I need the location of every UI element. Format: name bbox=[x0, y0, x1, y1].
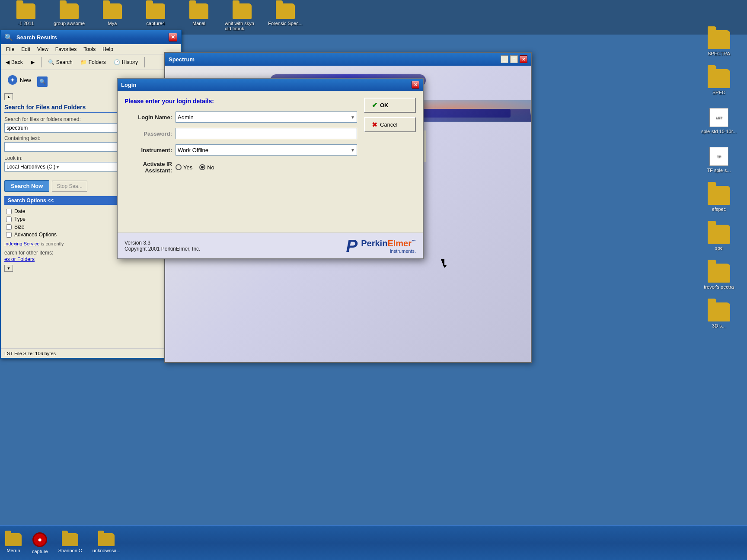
history-button[interactable]: 🕐 History bbox=[111, 58, 141, 67]
desktop-icon-2[interactable]: group awsome bbox=[52, 3, 86, 31]
folder-icon-3d bbox=[708, 302, 730, 321]
folder-icon bbox=[146, 3, 165, 19]
version-info: Version 3.3 Copyright 2001 PerkinElmer, … bbox=[124, 240, 200, 252]
password-label: Password: bbox=[124, 130, 172, 137]
folder-icon bbox=[276, 3, 295, 19]
desktop-icon-4[interactable]: capture4 bbox=[138, 3, 173, 31]
search-toolbar-button[interactable]: 🔍 Search bbox=[45, 58, 76, 67]
folder-icon-trevors bbox=[708, 264, 730, 283]
spectrum-window-title: Spectrum bbox=[169, 56, 195, 63]
scroll-up-button[interactable]: ▲ bbox=[4, 93, 13, 100]
desktop-icon-right-8[interactable]: 3D s... bbox=[699, 302, 738, 328]
desktop-icon-1[interactable]: -1 2011 bbox=[9, 3, 43, 31]
desktop-icon-right-1[interactable]: SPECTRA bbox=[699, 30, 738, 56]
new-label: New bbox=[20, 77, 31, 83]
password-input[interactable] bbox=[176, 128, 357, 139]
minimize-button[interactable]: _ bbox=[501, 55, 508, 63]
ok-checkmark-icon: ✔ bbox=[372, 101, 377, 109]
back-button[interactable]: ◀ Back bbox=[3, 58, 26, 67]
label-efspec: efspec bbox=[712, 207, 726, 212]
ir-yes-label: Yes bbox=[183, 164, 192, 171]
ok-button[interactable]: ✔ OK bbox=[364, 98, 416, 113]
toolbar: ◀ Back ▶ 🔍 Search 📁 Folders 🕐 History bbox=[1, 54, 181, 70]
new-icon: ✦ bbox=[8, 75, 17, 85]
date-checkbox[interactable] bbox=[6, 209, 12, 214]
menu-favorites[interactable]: Favorites bbox=[52, 45, 80, 53]
indexing-service-link[interactable]: Indexing Service bbox=[4, 241, 39, 246]
desktop-icon-right-5[interactable]: efspec bbox=[699, 186, 738, 212]
login-name-value: Admin bbox=[178, 114, 194, 121]
desktop-icon-6[interactable]: whit with skyn old fabrik bbox=[225, 3, 259, 31]
ir-yes-radio[interactable] bbox=[176, 164, 182, 170]
folder-icon-efspec bbox=[708, 186, 730, 205]
desktop-icon-right-7[interactable]: trevor's pectra bbox=[699, 264, 738, 290]
taskbar-label-capture: capture bbox=[32, 549, 48, 554]
password-row: Password: bbox=[124, 128, 357, 139]
cancel-label: Cancel bbox=[380, 121, 397, 128]
size-checkbox[interactable] bbox=[6, 224, 12, 230]
maximize-button[interactable]: □ bbox=[510, 55, 518, 63]
login-dialog: Login ✕ Please enter your login details:… bbox=[117, 78, 424, 259]
desktop-icon-3[interactable]: Mya bbox=[95, 3, 130, 31]
taskbar-item-shannon[interactable]: Shannon C bbox=[58, 533, 82, 553]
taskbar-label-merrin: Merrin bbox=[6, 548, 20, 553]
desktop-icon-label-6: whit with skyn old fabrik bbox=[225, 21, 259, 31]
taskbar-item-unknown[interactable]: unknownsa... bbox=[93, 533, 121, 553]
pe-logo-text: PerkinElmer™ instruments. bbox=[361, 238, 416, 254]
label-spectra: SPECTRA bbox=[708, 51, 730, 56]
label-spec: SPEC bbox=[712, 90, 725, 95]
cancel-x-icon: ✖ bbox=[372, 121, 377, 129]
desktop-icon-right-6[interactable]: spe bbox=[699, 225, 738, 251]
ir-no-option[interactable]: No bbox=[199, 164, 214, 171]
advanced-checkbox[interactable] bbox=[6, 232, 12, 238]
files-folders-link[interactable]: es or Folders bbox=[4, 256, 35, 262]
scroll-down-button[interactable]: ▼ bbox=[4, 265, 13, 272]
cancel-button[interactable]: ✖ Cancel bbox=[364, 117, 416, 132]
desktop-icon-7[interactable]: Forensic Spec... bbox=[268, 3, 303, 31]
window-close-button[interactable]: ✕ bbox=[169, 33, 177, 41]
ir-assistant-label: Activate IR Assistant: bbox=[124, 161, 172, 174]
type-checkbox[interactable] bbox=[6, 216, 12, 222]
search-now-button[interactable]: Search Now bbox=[4, 180, 49, 192]
label-tf: TF sple-s... bbox=[707, 168, 731, 173]
menu-view[interactable]: View bbox=[34, 45, 52, 53]
folder-icon-spec bbox=[708, 69, 730, 88]
stop-search-button[interactable]: Stop Sea... bbox=[52, 181, 87, 192]
login-name-select[interactable]: Admin ▼ bbox=[176, 111, 357, 123]
desktop-icon-right-3[interactable]: LST sple-std 10-10r... bbox=[699, 108, 738, 134]
ir-yes-option[interactable]: Yes bbox=[176, 164, 192, 171]
advanced-label: Advanced Options bbox=[14, 232, 57, 238]
desktop-icon-5[interactable]: Manal bbox=[182, 3, 216, 31]
instrument-select[interactable]: Work Offline ▼ bbox=[176, 144, 357, 156]
pe-logo-shape: P bbox=[346, 237, 358, 255]
taskbar-item-capture[interactable]: ⏺ capture bbox=[32, 532, 48, 554]
close-button[interactable]: ✕ bbox=[520, 55, 527, 63]
menu-help[interactable]: Help bbox=[99, 45, 117, 53]
taskbar-folder-icon-merrin bbox=[5, 533, 22, 546]
history-label: History bbox=[122, 59, 138, 65]
date-label: Date bbox=[14, 208, 25, 214]
search-label: Search bbox=[56, 59, 73, 65]
capture-label-icon: ⏺ bbox=[38, 538, 42, 542]
taskbar: Merrin ⏺ capture Shannon C unknownsa... bbox=[0, 525, 747, 560]
file-icon-sple: LST bbox=[709, 108, 728, 127]
login-name-row: Login Name: Admin ▼ bbox=[124, 111, 357, 123]
perkinelmer-logo: P PerkinElmer™ instruments. bbox=[346, 237, 416, 255]
new-search-button[interactable]: ✦ New bbox=[4, 73, 35, 86]
label-sple: sple-std 10-10r... bbox=[701, 129, 737, 134]
folders-button[interactable]: 📁 Folders bbox=[77, 58, 109, 67]
menu-file[interactable]: File bbox=[3, 45, 18, 53]
indexing-status: is currently bbox=[41, 241, 64, 246]
login-close-button[interactable]: ✕ bbox=[412, 81, 419, 89]
taskbar-item-merrin[interactable]: Merrin bbox=[5, 533, 22, 553]
desktop-icon-right-4[interactable]: TF TF sple-s... bbox=[699, 147, 738, 173]
instrument-label: Instrument: bbox=[124, 147, 172, 153]
ir-no-radio[interactable] bbox=[199, 164, 205, 170]
desktop-icon-right-2[interactable]: SPEC bbox=[699, 69, 738, 95]
forward-button[interactable]: ▶ bbox=[28, 58, 38, 67]
magnifier-icon: 🔍 bbox=[37, 76, 48, 87]
menu-tools[interactable]: Tools bbox=[80, 45, 99, 53]
menu-edit[interactable]: Edit bbox=[18, 45, 34, 53]
login-title: Login bbox=[121, 82, 136, 88]
folder-icon-spe bbox=[708, 225, 730, 244]
